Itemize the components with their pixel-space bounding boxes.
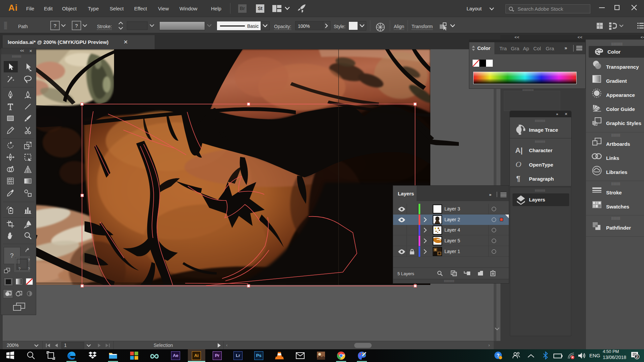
svg-text:2: 2 (636, 355, 638, 359)
